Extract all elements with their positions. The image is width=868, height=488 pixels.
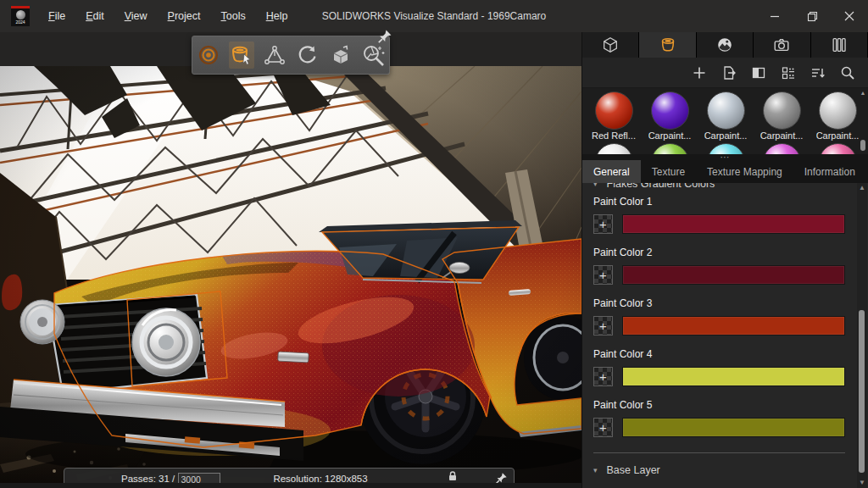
appearance-label: Red Refl... — [592, 130, 636, 141]
menu-file[interactable]: File — [38, 0, 75, 32]
appearance-item[interactable] — [701, 143, 750, 154]
color-swatch[interactable] — [622, 367, 845, 386]
general-properties: ▾ Flakes Gradient Colors Paint Color 1 +… — [582, 183, 868, 488]
appearance-thumbnail — [707, 143, 745, 154]
scrollbar-thumb[interactable] — [859, 310, 865, 473]
paint-color-label: Paint Color 2 — [593, 247, 868, 258]
close-icon — [844, 11, 854, 21]
pin-icon[interactable] — [495, 472, 508, 483]
pin-icon[interactable] — [377, 29, 392, 44]
menu-edit[interactable]: Edit — [75, 0, 114, 32]
paint-color-row: + — [593, 316, 868, 336]
viewport-area: Passes: 31 / Passes per second: 0.22 16 … — [0, 32, 581, 488]
close-button[interactable] — [831, 0, 868, 32]
viewport-bottom-strip — [0, 483, 581, 488]
color-swatch[interactable] — [622, 418, 845, 437]
section-divider — [593, 452, 845, 453]
appearance-thumbnail — [651, 143, 689, 154]
menu-view[interactable]: View — [114, 0, 158, 32]
base-layer-section-header[interactable]: ▾ Base Layer — [593, 464, 868, 476]
search-button[interactable] — [839, 64, 856, 81]
color-swatch[interactable] — [622, 316, 845, 336]
rotate-view-tool[interactable] — [295, 42, 320, 69]
paint-color-row: + — [593, 367, 868, 386]
viewport-toolbar — [192, 36, 390, 75]
split-view-icon — [751, 65, 766, 80]
color-swatch[interactable] — [622, 265, 845, 285]
panel-splitter[interactable]: ⋯ — [582, 154, 868, 160]
appearance-item[interactable] — [589, 143, 638, 154]
property-tabs: General Texture Texture Mapping Informat… — [582, 160, 868, 183]
tab-texture[interactable]: Texture — [641, 160, 696, 183]
appearance-label: Carpaint... — [648, 130, 692, 141]
plus-icon: + — [599, 421, 607, 434]
section-title: Flakes Gradient Colors — [607, 183, 715, 190]
right-panel: Red Refl... Carpaint... Carpaint... Carp… — [581, 32, 868, 488]
appearance-item[interactable]: Carpaint... — [701, 92, 750, 141]
cube-icon — [601, 36, 620, 54]
select-target-tool[interactable] — [196, 42, 221, 69]
minimize-button[interactable] — [756, 0, 793, 32]
tab-information[interactable]: Information — [793, 160, 866, 183]
properties-scrollbar[interactable]: ▲ ▼ — [857, 183, 867, 488]
paint-color-label: Paint Color 1 — [593, 196, 868, 208]
collapse-icon[interactable]: ▾ — [593, 466, 598, 474]
add-appearance-button[interactable] — [691, 64, 708, 81]
paint-color-row: + — [593, 265, 868, 285]
plus-icon: + — [599, 218, 607, 230]
tab-texture-mapping[interactable]: Texture Mapping — [696, 160, 793, 183]
add-texture-button[interactable]: + — [593, 214, 613, 234]
tab-cameras[interactable] — [754, 32, 810, 58]
appearance-item[interactable]: Carpaint... — [813, 92, 862, 141]
add-texture-button[interactable]: + — [593, 265, 613, 285]
appearance-item[interactable]: Carpaint... — [757, 92, 806, 141]
tab-scenes[interactable] — [697, 32, 754, 58]
appearance-thumbnail — [819, 143, 857, 154]
split-view-button[interactable] — [750, 64, 767, 81]
sort-icon — [810, 65, 826, 80]
add-texture-button[interactable]: + — [593, 418, 613, 437]
pivot-tool[interactable] — [262, 42, 287, 69]
appearance-thumbnail — [595, 143, 633, 154]
paint-apply-tool[interactable] — [229, 42, 254, 69]
appearance-item[interactable]: Carpaint... — [645, 92, 694, 141]
title-bar: 2024 File Edit View Project Tools Help S… — [0, 0, 868, 32]
add-texture-button[interactable]: + — [593, 316, 613, 336]
import-appearance-button[interactable] — [721, 64, 737, 81]
passes-limit-input[interactable] — [178, 473, 220, 483]
appearance-scrollbar[interactable]: ▲ — [859, 90, 867, 152]
orient-cube-tool[interactable] — [328, 42, 353, 69]
scrollbar-thumb[interactable] — [860, 140, 865, 151]
menu-help[interactable]: Help — [256, 0, 298, 32]
paint-color-row: + — [593, 214, 868, 234]
scroll-up-icon[interactable]: ▲ — [860, 90, 866, 97]
flakes-section-header[interactable]: ▾ Flakes Gradient Colors — [593, 183, 868, 190]
tab-general[interactable]: General — [582, 160, 641, 183]
menu-tools[interactable]: Tools — [211, 0, 256, 32]
render-effects-tool[interactable] — [361, 42, 387, 69]
restore-button[interactable] — [793, 0, 831, 32]
plus-icon: + — [599, 370, 607, 383]
appearance-thumbnail — [763, 143, 801, 154]
add-texture-button[interactable]: + — [593, 367, 613, 386]
tab-appearances[interactable] — [639, 32, 696, 58]
scroll-down-icon[interactable]: ▼ — [859, 478, 865, 488]
appearance-item[interactable] — [757, 143, 806, 154]
scroll-up-icon[interactable]: ▲ — [859, 183, 865, 193]
sort-button[interactable] — [810, 64, 826, 81]
tab-models[interactable] — [582, 32, 639, 58]
view-options-button[interactable] — [780, 64, 797, 81]
collapse-icon[interactable]: ▾ — [593, 183, 598, 188]
tab-libraries[interactable] — [811, 32, 868, 58]
appearance-label: Carpaint... — [816, 130, 860, 141]
appearance-item[interactable] — [645, 143, 694, 154]
menu-project[interactable]: Project — [158, 0, 211, 32]
appearance-thumbnail — [819, 92, 857, 130]
appearance-item[interactable]: Red Refl... — [589, 92, 638, 141]
appearance-list: Red Refl... Carpaint... Carpaint... Carp… — [582, 88, 868, 154]
color-swatch[interactable] — [622, 214, 845, 234]
appearance-item[interactable] — [813, 143, 862, 154]
viewport-canvas[interactable]: Passes: 31 / Passes per second: 0.22 16 … — [0, 66, 581, 483]
import-file-icon — [721, 65, 737, 80]
appearance-label: Carpaint... — [704, 130, 748, 141]
